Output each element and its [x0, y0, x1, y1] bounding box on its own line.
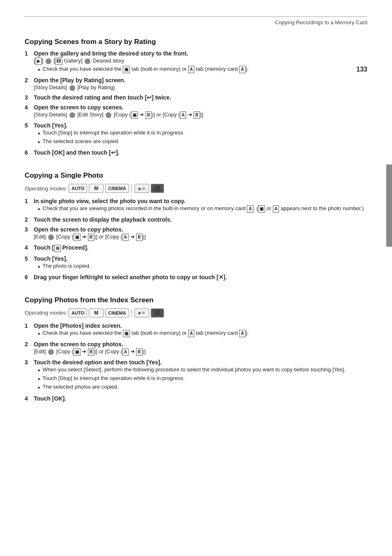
steps-copy-index: 1 Open the [Photos] index screen. • Chec… [25, 322, 367, 403]
icon-a2-s1: A [273, 205, 279, 213]
step-num-s1: 1 [25, 198, 34, 204]
step-i3: 3 Touch the desired option and then touc… [25, 359, 367, 393]
bullet-5-2: • The selected scenes are copied. [38, 138, 367, 146]
icon-b-s3: B [88, 234, 94, 241]
step-main-4: Open the screen to copy scenes. [34, 104, 367, 111]
section-title-copy-scenes: Copying Scenes from a Story by Rating [25, 38, 367, 46]
icon-mem-s3: ▣ [74, 234, 81, 241]
bullet-dot: • [38, 130, 40, 137]
step-sub-s3: [Edit] [Copy (▣ ➜ B)] or [Copy (A ➜ B)] [34, 234, 367, 241]
step-2: 2 Open the [Play by Rating] screen. [Sto… [25, 77, 367, 92]
nav-circle-1b [85, 58, 90, 64]
step-num-s6: 6 [25, 274, 34, 280]
step-num-i1: 1 [25, 322, 34, 329]
step-num-s2: 2 [25, 216, 34, 223]
step-content-s2: Touch the screen to display the playback… [34, 216, 367, 224]
nav-circle-4b [106, 112, 111, 118]
section-title-copy-single: Copying a Single Photo [25, 171, 367, 180]
bullets-1: • Check that you have selected the ▣ tab… [34, 66, 367, 74]
nav-circle-i2 [48, 349, 54, 355]
nav-circle-1a [46, 58, 51, 64]
step-main-i1: Open the [Photos] index screen. [34, 322, 367, 329]
page-header: Copying Recordings to a Memory Card [25, 19, 367, 25]
bullet-dot: • [38, 138, 40, 146]
icon-a-i1: A [188, 330, 194, 337]
nav-circle-4a [69, 112, 75, 118]
icon-b2: B [194, 111, 200, 119]
icon-a-i2: A [122, 348, 129, 356]
bullet-text-i1-1: Check that you have selected the ▣ tab (… [43, 330, 249, 337]
icon-gallery: 🎞 [55, 58, 62, 65]
bullet-text-s1-1: Check that you are viewing photos record… [43, 205, 364, 213]
step-1: 1 Open the gallery and bring the desired… [25, 50, 367, 74]
step-num-s4: 4 [25, 244, 34, 251]
operating-modes-single: Operating modes: AUTO M CINEMA ▶︎≋ ⬛ [25, 184, 367, 193]
step-main-5: Touch [Yes]. [34, 122, 367, 129]
step-num-4: 4 [25, 104, 34, 111]
icon-a2: A [239, 66, 245, 73]
step-main-s5: Touch [Yes]. [34, 255, 367, 262]
step-main-2: Open the [Play by Rating] screen. [34, 77, 367, 83]
mode-auto: AUTO [69, 184, 87, 193]
step-content-s1: In single photo view, select the photo y… [34, 198, 367, 214]
section-copy-scenes: Copying Scenes from a Story by Rating 1 … [25, 38, 367, 157]
step-s2: 2 Touch the screen to display the playba… [25, 216, 367, 224]
operating-modes-label-2: Operating modes: [25, 310, 67, 316]
top-rule [25, 16, 367, 17]
icon-b2-s3: B [136, 234, 142, 241]
step-main-s2: Touch the screen to display the playback… [34, 216, 367, 223]
mode-m-2: M [89, 308, 104, 317]
step-main-s4: Touch [⊞ Proceed]. [34, 244, 367, 252]
bullet-s5-1: • The photo is copied. [38, 263, 367, 271]
icon-a-s1: A [247, 205, 253, 213]
bullet-dot: • [38, 263, 40, 271]
mode-camera-2: ⬛ [151, 308, 164, 317]
bullet-1-1: • Check that you have selected the ▣ tab… [38, 66, 367, 74]
step-s5: 5 Touch [Yes]. • The photo is copied. [25, 255, 367, 271]
step-content-i4: Touch [OK]. [34, 395, 367, 403]
bullets-i1: • Check that you have selected the ▣ tab… [34, 330, 367, 338]
step-content-s6: Drag your finger left/right to select an… [34, 274, 367, 281]
icon-mem-b1: ▣ [131, 111, 138, 119]
operating-modes-label: Operating modes: [25, 185, 67, 192]
step-main-3: Touch the desired rating and then touch … [34, 94, 367, 101]
icon-mem-i1: ▣ [123, 330, 130, 337]
step-i2: 2 Open the screen to copy photos. [Edit]… [25, 341, 367, 357]
mode-auto-2: AUTO [69, 308, 87, 317]
bullet-text-i3-2: Touch [Stop] to interrupt the operation … [43, 375, 184, 381]
step-sub-1: [▶︎] [🎞 Gallery] Desired story [34, 58, 367, 65]
bullet-5-1: • Touch [Stop] to interrupt the operatio… [38, 130, 367, 137]
icon-b-i2: B [88, 348, 94, 356]
bullets-i3: • When you select [Select], perform the … [34, 366, 367, 392]
bullet-i3-2: • Touch [Stop] to interrupt the operatio… [38, 375, 367, 383]
icon-a: A [188, 66, 194, 73]
icon-mem-s1: ▣ [258, 205, 265, 213]
bullet-dot: • [38, 66, 40, 74]
bullet-dot: • [38, 375, 40, 383]
bullet-i1-1: • Check that you have selected the ▣ tab… [38, 330, 367, 338]
step-num-2: 2 [25, 77, 34, 83]
step-main-i3: Touch the desired option and then touch … [34, 359, 367, 366]
operating-modes-index: Operating modes: AUTO M CINEMA ▶︎≋ ⬛ [25, 308, 367, 317]
mode-cinema: CINEMA [105, 184, 129, 193]
section-copy-index: Copying Photos from the Index Screen Ope… [25, 296, 367, 403]
icon-proceed: ⊞ [54, 245, 61, 252]
mode-cinema-2: CINEMA [105, 308, 129, 317]
bullet-s1-1: • Check that you are viewing photos reco… [38, 205, 367, 213]
bullets-s1: • Check that you are viewing photos reco… [34, 205, 367, 213]
step-content-6: Touch [OK] and then touch [↩]. [34, 149, 367, 157]
step-s6: 6 Drag your finger left/right to select … [25, 274, 367, 281]
step-i4: 4 Touch [OK]. [25, 395, 367, 403]
steps-copy-single: 1 In single photo view, select the photo… [25, 198, 367, 281]
mode-separator [131, 184, 132, 192]
step-content-i2: Open the screen to copy photos. [Edit] [… [34, 341, 367, 357]
bullets-s5: • The photo is copied. [34, 263, 367, 271]
icon-b1: B [145, 111, 152, 119]
page-title: Copying Recordings to a Memory Card [275, 19, 367, 25]
mode-separator-2 [131, 309, 132, 317]
icon-playback: ▶︎ [35, 58, 42, 65]
step-content-3: Touch the desired rating and then touch … [34, 94, 367, 102]
step-num-i3: 3 [25, 359, 34, 366]
bullet-i3-1: • When you select [Select], perform the … [38, 366, 367, 374]
step-content-s3: Open the screen to copy photos. [Edit] [… [34, 226, 367, 242]
